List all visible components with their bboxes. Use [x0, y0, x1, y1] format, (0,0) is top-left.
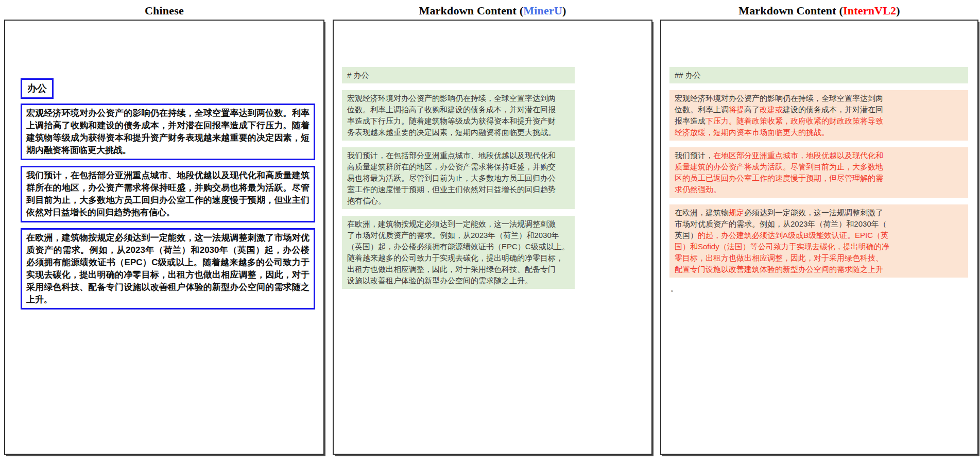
- chinese-heading-text: 办公: [27, 83, 47, 94]
- chinese-heading-box: 办公: [21, 78, 54, 99]
- internvl2-title-suffix: ): [896, 4, 900, 17]
- column-internvl2: Markdown Content (InternVL2) ## 办公 宏观经济环…: [660, 0, 978, 464]
- mineru-panel-title: Markdown Content (MinerU): [333, 3, 652, 19]
- mineru-model-name: MinerU: [523, 4, 562, 17]
- internvl2-title-prefix: Markdown Content (: [738, 4, 843, 17]
- internvl2-markdown-panel: ## 办公 宏观经济环境对办公资产的影响仍在持续，全球空置率达到两 位数。利率上…: [660, 20, 978, 455]
- internvl2-markdown-block: 宏观经济环境对办公资产的影响仍在持续，全球空置率达到两 位数。利率上调将提高了改…: [669, 90, 968, 141]
- text-segment: 在欧洲，建筑物: [675, 208, 729, 217]
- text-segment: 高了: [744, 105, 760, 114]
- chinese-paragraph-box: 我们预计，在包括部分亚洲重点城市、地段优越以及现代化和高质量建筑群所在的地区，办…: [21, 166, 315, 222]
- mineru-markdown-block: # 办公: [342, 67, 575, 83]
- mineru-markdown-block: 在欧洲，建筑物按规定必须达到一定能效，这一法规调整刺激 了市场对优质资产的需求。…: [342, 216, 575, 289]
- mineru-markdown-block: 宏观经济环境对办公资产的影响仍在持续，全球空置率达到两 位数。利率上调抬高了收购…: [342, 90, 575, 141]
- internvl2-block-list: 宏观经济环境对办公资产的影响仍在持续，全球空置率达到两 位数。利率上调将提高了改…: [669, 90, 977, 278]
- error-text-segment: 规定: [729, 208, 744, 217]
- mineru-title-prefix: Markdown Content (: [419, 4, 523, 17]
- chinese-title-text: Chinese: [145, 4, 184, 17]
- internvl2-markdown-content: ## 办公 宏观经济环境对办公资产的影响仍在持续，全球空置率达到两 位数。利率上…: [661, 21, 977, 294]
- chinese-document-content: 办公 宏观经济环境对办公资产的影响仍在持续，全球空置率达到两位数。利率上调抬高了…: [5, 21, 323, 310]
- mineru-markdown-panel: # 办公宏观经济环境对办公资产的影响仍在持续，全球空置率达到两 位数。利率上调抬…: [333, 20, 652, 455]
- error-text-segment: 下压力。随着政策收紧，政府收紧的财政政策将导致 经济放缓，短期内资本市场面临更大…: [675, 116, 883, 136]
- chinese-paragraph-list: 宏观经济环境对办公资产的影响仍在持续，全球空置率达到两位数。利率上调抬高了收购和…: [21, 104, 317, 310]
- column-chinese: Chinese 办公 宏观经济环境对办公资产的影响仍在持续，全球空置率达到两位数…: [4, 0, 324, 464]
- column-mineru: Markdown Content (MinerU) # 办公宏观经济环境对办公资…: [333, 0, 652, 464]
- mineru-markdown-block: 我们预计，在包括部分亚洲重点城市、地段优越以及现代化和 高质量建筑群所在的地区，…: [342, 147, 575, 209]
- chinese-panel-title: Chinese: [4, 3, 324, 19]
- internvl2-model-name: InternVL2: [843, 4, 896, 17]
- internvl2-panel-title: Markdown Content (InternVL2): [660, 3, 978, 19]
- internvl2-markdown-block: 我们预计，在地区部分亚洲重点城市，地段优越以及现代化和 质量建筑的办公资产将成为…: [669, 147, 968, 198]
- mineru-markdown-content: # 办公宏观经济环境对办公资产的影响仍在持续，全球空置率达到两 位数。利率上调抬…: [334, 21, 651, 289]
- error-text-segment: 改建或: [760, 105, 783, 114]
- text-segment: 我们预计，: [675, 151, 713, 160]
- chinese-paragraph-box: 在欧洲，建筑物按规定必须达到一定能效，这一法规调整刺激了市场对优质资产的需求。例…: [21, 228, 315, 310]
- internvl2-markdown-block: 在欧洲，建筑物规定必须达到一定能效，这一法规调整刺激了 市场对优质资产的需求。例…: [669, 204, 968, 278]
- internvl2-trailing-text: 。: [669, 284, 977, 294]
- mineru-title-suffix: ): [562, 4, 566, 17]
- error-text-segment: 的起，办公建筑必须达到A级或B级能效认证。EPIC（英 国）和Sofidy（法国…: [675, 231, 889, 273]
- chinese-document-panel: 办公 宏观经济环境对办公资产的影响仍在持续，全球空置率达到两位数。利率上调抬高了…: [4, 20, 324, 455]
- internvl2-heading-block: ## 办公: [669, 67, 968, 83]
- chinese-paragraph-box: 宏观经济环境对办公资产的影响仍在持续，全球空置率达到两位数。利率上调抬高了收购和…: [21, 104, 315, 160]
- comparison-figure: Chinese 办公 宏观经济环境对办公资产的影响仍在持续，全球空置率达到两位数…: [0, 0, 980, 464]
- error-text-segment: 将提: [729, 105, 744, 114]
